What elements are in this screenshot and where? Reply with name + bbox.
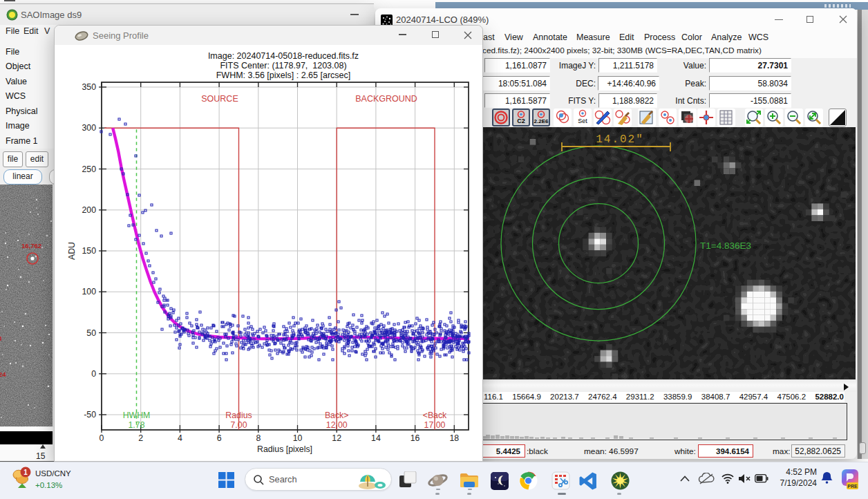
svg-text:FITS Center: (1178.97, 1203.0: FITS Center: (1178.97, 1203.08) (220, 61, 346, 70)
svg-text:200: 200 (82, 205, 96, 215)
svg-text:350: 350 (82, 82, 96, 92)
svg-text:SOURCE: SOURCE (201, 94, 238, 104)
svg-text:4: 4 (178, 433, 182, 443)
svg-text:24: 24 (0, 370, 6, 378)
svg-text:300: 300 (82, 123, 96, 133)
svg-text:<Back: <Back (423, 411, 447, 420)
svg-text:ADU: ADU (67, 242, 77, 260)
svg-text:8: 8 (256, 433, 261, 443)
svg-text:3: 3 (0, 335, 1, 342)
svg-text:Back>: Back> (325, 411, 349, 420)
svg-text:2: 2 (138, 433, 143, 443)
svg-text:7.00: 7.00 (231, 420, 247, 430)
svg-text:17.00: 17.00 (424, 420, 446, 430)
svg-text:12.00: 12.00 (326, 420, 348, 430)
svg-text:150: 150 (82, 246, 96, 256)
svg-text:0: 0 (100, 433, 104, 443)
svg-text:PRE: PRE (847, 484, 858, 489)
svg-text:-50: -50 (84, 410, 96, 420)
svg-text:2.2E6: 2.2E6 (534, 118, 549, 124)
svg-text:18: 18 (449, 433, 459, 443)
svg-text:Radius [pixels]: Radius [pixels] (257, 444, 312, 454)
svg-text:T1=4.836E3: T1=4.836E3 (700, 241, 751, 251)
svg-text:Image: 20240714-05018-reduced.: Image: 20240714-05018-reduced.fits.fz (208, 51, 359, 61)
svg-text:Radius: Radius (225, 411, 252, 420)
svg-text:6: 6 (217, 433, 222, 443)
svg-text:100: 100 (82, 287, 96, 296)
svg-text:FWHM: 3.56 [pixels] : 2.65 [ar: FWHM: 3.56 [pixels] : 2.65 [arcsec] (216, 70, 351, 80)
svg-text:1.78: 1.78 (129, 420, 145, 430)
svg-text:BACKGROUND: BACKGROUND (355, 94, 417, 104)
svg-text:HWHM: HWHM (123, 411, 151, 420)
svg-text:10: 10 (293, 433, 303, 443)
svg-text:Set: Set (578, 117, 587, 124)
svg-text:50: 50 (86, 328, 96, 338)
svg-text:14: 14 (371, 433, 381, 443)
svg-text:16,762: 16,762 (21, 242, 41, 249)
svg-text:16: 16 (411, 433, 420, 443)
svg-text:12: 12 (332, 433, 341, 443)
svg-text:14.02": 14.02" (596, 133, 644, 146)
svg-text:C2: C2 (517, 117, 525, 124)
svg-text:0: 0 (91, 369, 96, 379)
svg-text:250: 250 (82, 164, 96, 174)
svg-text:1: 1 (23, 469, 28, 476)
